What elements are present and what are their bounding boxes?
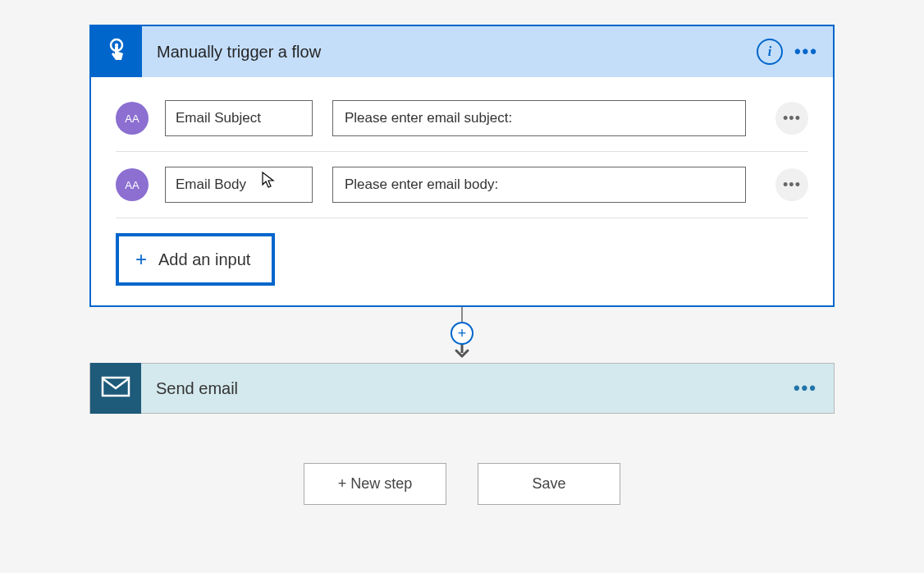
flow-designer-canvas: Manually trigger a flow i ••• AA ••• AA … [0, 0, 924, 505]
input-description-field[interactable] [332, 100, 746, 136]
trigger-title: Manually trigger a flow [142, 43, 757, 62]
footer-buttons: + New step Save [304, 463, 620, 505]
add-input-label: Add an input [158, 250, 250, 269]
svg-point-1 [115, 44, 118, 47]
touch-icon [103, 36, 130, 67]
trigger-inputs-area: AA ••• AA ••• + Add an input [91, 77, 833, 305]
insert-step-button[interactable]: + [451, 322, 473, 345]
info-icon[interactable]: i [757, 39, 783, 65]
action-more-icon[interactable]: ••• [794, 378, 817, 399]
input-row: AA ••• [116, 85, 808, 152]
action-icon-box [90, 363, 141, 414]
trigger-more-icon[interactable]: ••• [794, 41, 818, 62]
save-button[interactable]: Save [478, 463, 620, 505]
input-name-field[interactable] [165, 167, 313, 203]
add-input-button[interactable]: + Add an input [116, 233, 275, 286]
input-row: AA ••• [116, 152, 808, 218]
text-type-badge: AA [116, 168, 149, 201]
mail-icon [101, 376, 130, 401]
input-description-field[interactable] [332, 167, 746, 203]
new-step-button[interactable]: + New step [304, 463, 446, 505]
connector-line [461, 307, 463, 322]
plus-icon: + [135, 248, 147, 271]
input-row-more-icon[interactable]: ••• [775, 102, 808, 135]
trigger-icon-box [91, 26, 142, 77]
trigger-header[interactable]: Manually trigger a flow i ••• [91, 26, 833, 77]
input-name-field[interactable] [165, 100, 313, 136]
input-row-more-icon[interactable]: ••• [775, 168, 808, 201]
trigger-card: Manually trigger a flow i ••• AA ••• AA … [89, 25, 835, 307]
action-card[interactable]: Send email ••• [89, 363, 835, 414]
connector: + [451, 307, 473, 363]
text-type-badge: AA [116, 102, 149, 135]
action-title: Send email [141, 379, 794, 398]
